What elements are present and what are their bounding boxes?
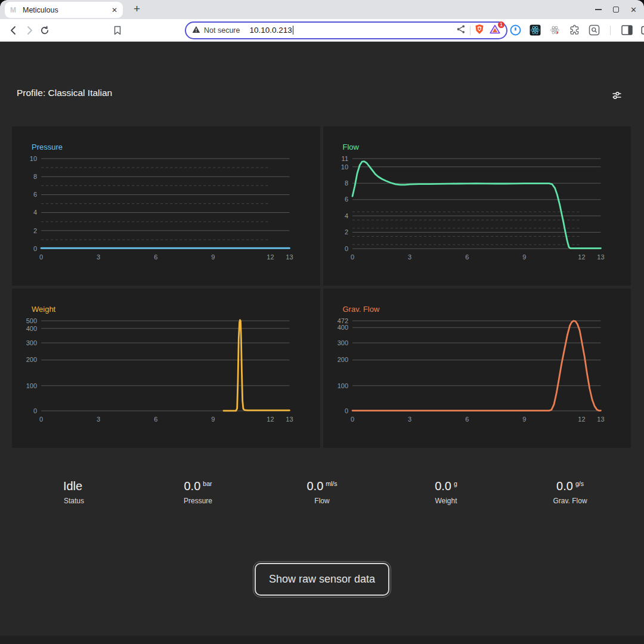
status-label: Weight <box>384 497 508 505</box>
browser-window: M Meticulous ✕ + ✕ Not secure <box>0 0 644 644</box>
svg-text:100: 100 <box>26 382 37 389</box>
status-item-pressure: 0.0bar Pressure <box>136 480 260 505</box>
meticulous-favicon-icon: M <box>10 6 19 14</box>
charts-grid: Pressure 024681003691213 Flow 0246810110… <box>12 126 631 448</box>
svg-text:11: 11 <box>341 155 348 162</box>
svg-text:0: 0 <box>350 416 354 423</box>
status-item-flow: 0.0ml/s Flow <box>260 480 384 505</box>
status-value: 0.0ml/s <box>260 480 384 492</box>
svg-text:100: 100 <box>337 382 348 389</box>
onepassword-icon[interactable] <box>507 23 523 38</box>
status-label: Flow <box>260 497 384 505</box>
extensions-puzzle-icon[interactable] <box>566 23 582 38</box>
divider <box>470 26 470 35</box>
wallet-icon[interactable] <box>639 23 644 38</box>
react-devtools-icon[interactable] <box>527 23 543 38</box>
svg-text:400: 400 <box>337 324 348 331</box>
settings-sliders-icon[interactable] <box>611 89 623 101</box>
svg-text:12: 12 <box>578 416 585 423</box>
bookmark-icon[interactable] <box>110 23 125 38</box>
reload-icon[interactable] <box>37 23 52 38</box>
svg-text:0: 0 <box>344 407 348 414</box>
back-icon[interactable] <box>6 23 21 38</box>
maximize-icon[interactable] <box>613 7 619 13</box>
minimize-icon[interactable] <box>595 9 602 10</box>
status-value: Idle <box>12 480 136 492</box>
svg-text:200: 200 <box>26 356 37 363</box>
svg-text:6: 6 <box>33 191 37 198</box>
divider <box>610 26 611 35</box>
tab-strip: M Meticulous ✕ + ✕ <box>0 0 644 19</box>
svg-text:13: 13 <box>597 416 604 423</box>
close-icon[interactable]: ✕ <box>630 6 637 14</box>
show-raw-sensor-data-button[interactable]: Show raw sensor data <box>255 563 389 596</box>
svg-text:13: 13 <box>286 416 293 423</box>
bottom-strip <box>0 636 644 644</box>
sidebar-toggle-icon[interactable] <box>619 23 634 38</box>
svg-text:9: 9 <box>211 416 215 423</box>
svg-text:400: 400 <box>26 325 37 332</box>
svg-text:4: 4 <box>33 209 37 216</box>
pressure-chart-card: Pressure 024681003691213 <box>12 126 320 286</box>
svg-text:6: 6 <box>344 196 348 203</box>
svg-text:9: 9 <box>522 416 526 423</box>
new-tab-icon[interactable]: + <box>134 2 140 16</box>
tab-close-icon[interactable]: ✕ <box>112 6 117 14</box>
svg-text:12: 12 <box>267 253 274 261</box>
share-icon[interactable] <box>456 24 466 36</box>
svg-text:6: 6 <box>154 416 157 423</box>
url-bar[interactable]: Not secure 10.10.0.213 1 <box>185 21 507 39</box>
svg-text:3: 3 <box>408 416 411 423</box>
chart-plot: 010020030040050003691213 <box>12 289 320 448</box>
profiler-atom-icon[interactable] <box>547 23 562 38</box>
url-input[interactable]: 10.10.0.213 <box>249 26 292 35</box>
extensions-cluster <box>507 23 644 38</box>
svg-text:0: 0 <box>350 253 354 261</box>
status-item-grav-flow: 0.0g/s Grav. Flow <box>508 480 632 505</box>
svg-text:9: 9 <box>522 253 526 261</box>
tab-title: Meticulous <box>23 6 108 14</box>
svg-text:3: 3 <box>408 253 411 261</box>
button-row: Show raw sensor data <box>0 563 644 596</box>
svg-text:200: 200 <box>337 356 348 363</box>
status-row: Idle Status 0.0bar Pressure 0.0ml/s Flow… <box>0 480 644 505</box>
status-label: Grav. Flow <box>508 497 632 505</box>
svg-text:13: 13 <box>597 253 604 261</box>
status-label: Pressure <box>136 497 260 505</box>
svg-text:0: 0 <box>33 245 37 252</box>
status-item-weight: 0.0g Weight <box>384 480 508 505</box>
status-item-status: Idle Status <box>12 480 136 505</box>
dashboard-page: Profile: Classical Italian Pressure 0246… <box>0 42 644 644</box>
text-caret <box>293 26 293 35</box>
status-value: 0.0g <box>384 480 508 492</box>
forward-icon[interactable] <box>21 23 37 38</box>
notification-badge: 1 <box>498 21 504 28</box>
svg-text:4: 4 <box>344 212 348 219</box>
svg-text:500: 500 <box>26 317 37 324</box>
page-title: Profile: Classical Italian <box>17 88 112 98</box>
svg-text:3: 3 <box>97 253 100 261</box>
svg-text:12: 12 <box>267 416 274 423</box>
status-value: 0.0bar <box>136 480 260 492</box>
svg-text:472: 472 <box>337 317 348 324</box>
browser-tab[interactable]: M Meticulous ✕ <box>5 2 123 18</box>
chart-plot: 02468101103691213 <box>323 126 631 286</box>
status-value: 0.0g/s <box>508 480 632 492</box>
svg-text:8: 8 <box>33 173 37 180</box>
page-search-icon[interactable] <box>586 23 602 38</box>
svg-text:9: 9 <box>211 253 215 261</box>
svg-text:2: 2 <box>33 227 37 234</box>
status-label: Status <box>12 497 136 505</box>
svg-text:8: 8 <box>344 179 348 187</box>
brave-shield-icon[interactable] <box>475 24 484 37</box>
svg-text:2: 2 <box>344 228 348 236</box>
flow-chart-card: Flow 02468101103691213 <box>323 126 631 286</box>
adblock-triangle-icon[interactable]: 1 <box>490 24 500 36</box>
svg-text:6: 6 <box>154 253 157 261</box>
grav-flow-chart-card: Grav. Flow 010020030040047203691213 <box>323 289 631 448</box>
weight-chart-card: Weight 010020030040050003691213 <box>12 289 320 448</box>
svg-text:12: 12 <box>578 253 585 261</box>
security-label: Not secure <box>204 26 240 35</box>
svg-text:6: 6 <box>465 416 469 423</box>
svg-text:10: 10 <box>30 155 37 162</box>
